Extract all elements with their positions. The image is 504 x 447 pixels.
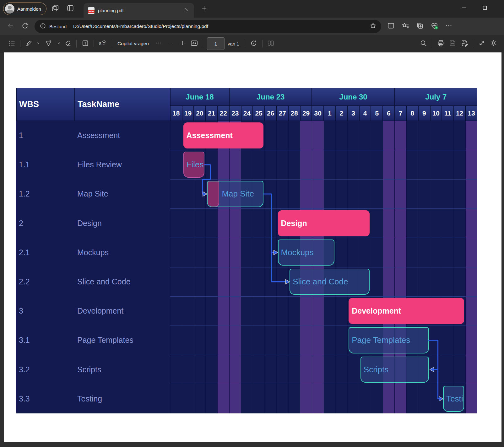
gantt-day-cell: 8: [407, 106, 418, 121]
zoom-out-button[interactable]: [165, 38, 176, 50]
profile-button[interactable]: Aanmelden: [3, 3, 46, 15]
pdf-viewer: WBSTaskNameJune 18June 23June 30July 718…: [0, 52, 504, 447]
gantt-row-line: [170, 179, 477, 180]
gantt-row-line: [170, 150, 477, 150]
back-icon: [6, 22, 14, 31]
add-text-button[interactable]: [79, 38, 91, 50]
minimize-button[interactable]: [454, 0, 474, 17]
user-avatar: [5, 4, 14, 13]
task-name-cell: Page Templates: [77, 326, 168, 355]
gantt-bar-label: Scripts: [361, 357, 388, 382]
split-screen-button[interactable]: [384, 20, 398, 33]
collections-button[interactable]: [413, 20, 426, 33]
gantt-row-line: [170, 326, 477, 326]
erase-button[interactable]: [62, 38, 74, 50]
gantt-bar-label: Testing: [444, 386, 464, 411]
close-icon: [184, 8, 189, 13]
save-button[interactable]: [447, 38, 458, 50]
dependency-arrow: [285, 279, 290, 284]
rotate-button[interactable]: [248, 38, 260, 50]
add-text-icon: [81, 39, 89, 48]
fit-width-button[interactable]: [188, 38, 200, 50]
gantt-day-cell: 29: [301, 106, 312, 121]
address-bar[interactable]: Bestand D:/User/Documents/Embarcadero/St…: [35, 20, 381, 33]
task-name-cell: Mockups: [77, 238, 168, 267]
draw-button[interactable]: [42, 38, 54, 50]
maximize-button[interactable]: [474, 0, 495, 17]
print-button[interactable]: [435, 38, 447, 50]
page-count-label: van 1: [228, 41, 239, 46]
wbs-cell-2.2: 2.2: [19, 267, 72, 296]
workspaces-icon: [51, 4, 59, 13]
gantt-bar-scripts: Scripts: [360, 357, 429, 383]
wbs-cell-2.1: 2.1: [19, 238, 72, 267]
gantt-day-cell: 18: [171, 106, 182, 121]
page-view-button[interactable]: [265, 38, 277, 50]
file-scheme-label: Bestand: [49, 24, 67, 29]
svg-text:a: a: [99, 40, 101, 46]
gantt-day-cell: 28: [289, 106, 300, 121]
page-number-input[interactable]: 1: [207, 37, 225, 50]
gantt-wbs-header: WBS: [17, 88, 74, 121]
save-as-icon: [461, 39, 469, 48]
gantt-day-cell: 23: [230, 106, 241, 121]
gantt-day-cell: 22: [218, 106, 229, 121]
more-options-icon: [155, 40, 162, 48]
pdf-page: WBSTaskNameJune 18June 23June 30July 718…: [4, 52, 501, 442]
gantt-chart: WBSTaskNameJune 18June 23June 30July 718…: [16, 88, 477, 413]
highlight-dropdown[interactable]: [35, 38, 42, 50]
highlight-button[interactable]: [23, 38, 35, 50]
gantt-bar-design: Design: [278, 210, 370, 236]
browser-menu-button[interactable]: [442, 20, 455, 33]
gantt-day-cell: 27: [277, 106, 288, 121]
gantt-week-group: July 7: [395, 88, 477, 105]
highlight-icon: [25, 39, 33, 48]
workspaces-button[interactable]: [49, 3, 62, 15]
gantt-bar-label: Page Templates: [349, 328, 410, 353]
read-aloud-button[interactable]: a: [96, 38, 108, 50]
browser-essentials-button[interactable]: [428, 20, 441, 33]
url-text: D:/User/Documents/Embarcadero/Studio/Pro…: [73, 24, 366, 29]
gantt-day-cell: 24: [241, 106, 253, 121]
draw-dropdown[interactable]: [54, 38, 62, 50]
search-button[interactable]: [417, 38, 429, 50]
print-icon: [437, 39, 445, 48]
save-as-button[interactable]: [458, 38, 470, 50]
gantt-day-cell: 11: [442, 106, 453, 121]
gantt-day-cell: 30: [312, 106, 323, 121]
settings-button[interactable]: [488, 38, 500, 50]
toc-button[interactable]: [6, 38, 18, 50]
maximize-icon: [481, 4, 488, 13]
gantt-day-cell: 26: [265, 106, 276, 121]
window-controls: [454, 0, 495, 18]
wbs-cell-3.1: 3.1: [19, 326, 72, 355]
gantt-day-cell: 5: [371, 106, 382, 121]
toc-icon: [8, 39, 16, 48]
tab-planning-pdf[interactable]: PDF planning.pdf: [84, 3, 194, 18]
zoom-in-button[interactable]: [176, 38, 188, 50]
favorite-star-icon[interactable]: [369, 22, 377, 31]
new-tab-icon: [201, 5, 207, 13]
settings-icon: [490, 39, 498, 48]
tab-close-button[interactable]: [183, 6, 191, 14]
gantt-day-cell: 9: [419, 106, 430, 121]
new-tab-button[interactable]: [198, 3, 210, 15]
gantt-bar-assessment: Assessment: [183, 122, 263, 148]
task-name-cell: Development: [77, 296, 168, 326]
back-button[interactable]: [4, 20, 17, 33]
search-icon: [420, 39, 427, 48]
fullscreen-button[interactable]: [476, 38, 488, 50]
vertical-tabs-button[interactable]: [64, 3, 77, 15]
more-menu-icon: [445, 22, 453, 31]
ask-copilot-button[interactable]: Copilot vragen: [114, 41, 153, 46]
favorites-button[interactable]: [399, 20, 412, 33]
task-name-cell: Design: [77, 209, 168, 238]
gantt-week-group: June 23: [230, 88, 312, 105]
dependency-arrow: [274, 250, 278, 255]
split-screen-icon: [387, 22, 395, 31]
more-options-button[interactable]: [153, 38, 165, 50]
task-name-cell: Slice and Code: [77, 267, 168, 296]
refresh-button[interactable]: [18, 20, 31, 33]
fullscreen-icon: [478, 39, 485, 48]
info-icon[interactable]: [40, 23, 46, 30]
